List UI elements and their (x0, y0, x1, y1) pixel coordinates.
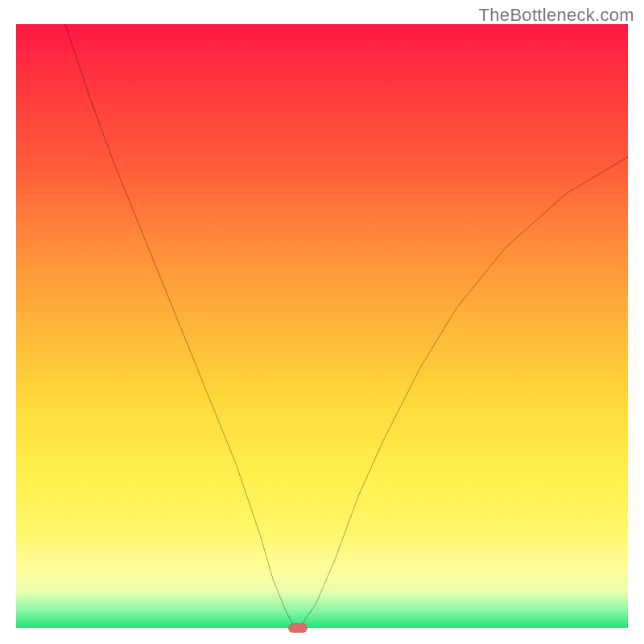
plot-area (16, 24, 628, 628)
chart-container: TheBottleneck.com (0, 0, 644, 644)
bottleneck-curve (65, 24, 628, 628)
watermark-label: TheBottleneck.com (479, 5, 634, 26)
curve-svg (16, 24, 628, 628)
optimum-marker (288, 623, 308, 633)
